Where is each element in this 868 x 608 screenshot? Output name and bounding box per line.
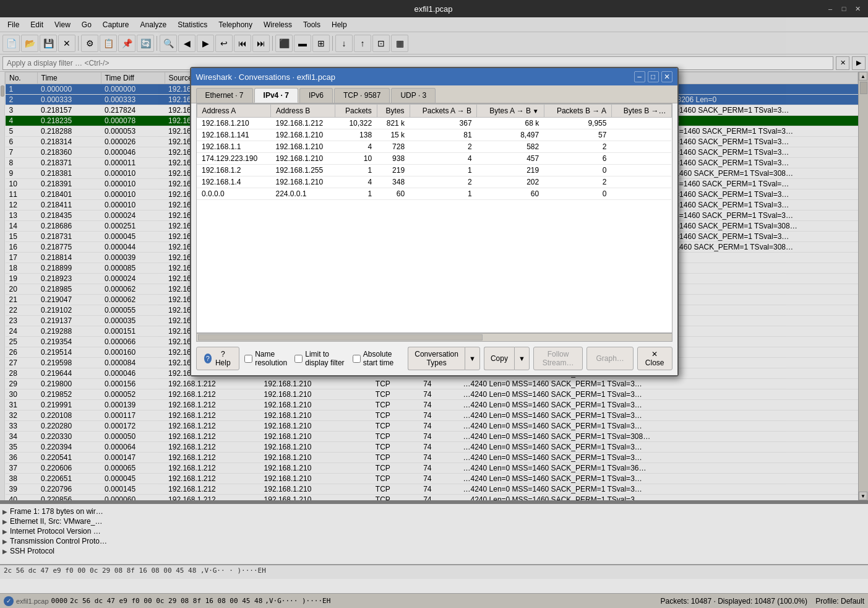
conv-table-row[interactable]: 192.168.1.210192.168.1.21210,322821 k367…	[197, 118, 671, 129]
col-pkt-a-b[interactable]: Packets A → B	[410, 105, 477, 118]
tab-udp[interactable]: UDP · 3	[391, 88, 436, 103]
dialog-footer: ? ? Help Name resolution Limit to displa…	[191, 342, 677, 375]
name-resolution-label: Name resolution	[255, 350, 290, 367]
copy-button[interactable]: Copy	[484, 347, 514, 370]
col-bytes-a-b[interactable]: Bytes A → B	[477, 105, 544, 118]
dialog-close-btn[interactable]: ✕	[661, 71, 672, 82]
col-packets[interactable]: Packets	[335, 105, 377, 118]
col-bytes[interactable]: Bytes	[377, 105, 410, 118]
dialog-footer-right: Conversation Types ▼ Copy ▼ Follow Strea…	[408, 347, 672, 370]
dialog-table-wrap[interactable]: Address A Address B Packets Bytes Packet…	[196, 103, 672, 333]
conv-table-row[interactable]: 0.0.0.0224.0.0.11601600	[197, 188, 671, 200]
conversations-table: Address A Address B Packets Bytes Packet…	[197, 104, 672, 200]
limit-display-filter-label: Limit to display filter	[305, 350, 348, 367]
dialog-maximize-btn[interactable]: □	[648, 71, 659, 82]
col-addr-a[interactable]: Address A	[197, 105, 270, 118]
absolute-start-time-row: Absolute start time	[353, 350, 403, 367]
graph-button[interactable]: Graph…	[587, 347, 633, 370]
conv-table-row[interactable]: 192.168.1.1192.168.1.210472825822	[197, 141, 671, 153]
hscroll-thumb[interactable]	[198, 334, 483, 341]
conv-table-row[interactable]: 192.168.1.141192.168.1.21013815 k818,497…	[197, 129, 671, 141]
title-bar: exfil1.pcap – □ ✕	[0, 0, 868, 17]
dialog-minimize-btn[interactable]: –	[634, 71, 645, 82]
title-bar-controls: – □ ✕	[825, 3, 863, 14]
close-button[interactable]: ✕	[852, 3, 863, 14]
dialog-hscrollbar[interactable]	[196, 333, 672, 342]
name-resolution-checkbox[interactable]	[244, 355, 252, 363]
conv-table-row[interactable]: 174.129.223.190192.168.1.2101093844576	[197, 153, 671, 165]
dialog-titlebar: Wireshark · Conversations · exfil1.pcap …	[191, 68, 677, 85]
col-bytes-b-a[interactable]: Bytes B →…	[611, 105, 671, 118]
absolute-start-time-label: Absolute start time	[363, 350, 403, 367]
conversation-types-button[interactable]: Conversation Types	[408, 347, 465, 370]
help-button[interactable]: ? ? Help	[196, 347, 240, 370]
copy-group: Copy ▼	[484, 347, 530, 370]
absolute-start-time-checkbox[interactable]	[353, 355, 361, 363]
conv-table-row[interactable]: 192.168.1.4192.168.1.210434822022	[197, 176, 671, 188]
tab-ipv6[interactable]: IPv6	[299, 88, 333, 103]
dialog-controls: – □ ✕	[634, 71, 672, 82]
limit-display-filter-row: Limit to display filter	[294, 350, 348, 367]
title-bar-title: exfil1.pcap	[42, 4, 825, 14]
name-resolution-row: Name resolution	[244, 350, 290, 367]
conversations-dialog: Wireshark · Conversations · exfil1.pcap …	[190, 67, 679, 376]
copy-arrow-button[interactable]: ▼	[514, 347, 530, 370]
conversation-types-group: Conversation Types ▼	[408, 347, 480, 370]
modal-overlay: Wireshark · Conversations · exfil1.pcap …	[0, 17, 868, 608]
dialog-title: Wireshark · Conversations · exfil1.pcap	[196, 72, 335, 82]
col-addr-b[interactable]: Address B	[270, 105, 335, 118]
tab-ipv4[interactable]: IPv4 · 7	[254, 88, 298, 103]
dialog-tabs: Ethernet · 7 IPv4 · 7 IPv6 TCP · 9587 UD…	[191, 85, 677, 103]
limit-display-filter-checkbox[interactable]	[294, 355, 303, 363]
conversation-types-arrow[interactable]: ▼	[465, 347, 480, 370]
minimize-button[interactable]: –	[825, 3, 836, 14]
help-label: ? Help	[214, 350, 231, 367]
help-icon: ?	[204, 354, 212, 363]
close-button[interactable]: ✕ Close	[637, 347, 672, 370]
col-pkt-b-a[interactable]: Packets B → A	[544, 105, 611, 118]
maximize-button[interactable]: □	[838, 3, 849, 14]
tab-tcp[interactable]: TCP · 9587	[334, 88, 390, 103]
tab-ethernet[interactable]: Ethernet · 7	[196, 88, 253, 103]
follow-stream-button[interactable]: Follow Stream…	[533, 347, 583, 370]
conv-table-row[interactable]: 192.168.1.2192.168.1.255121912190	[197, 165, 671, 176]
